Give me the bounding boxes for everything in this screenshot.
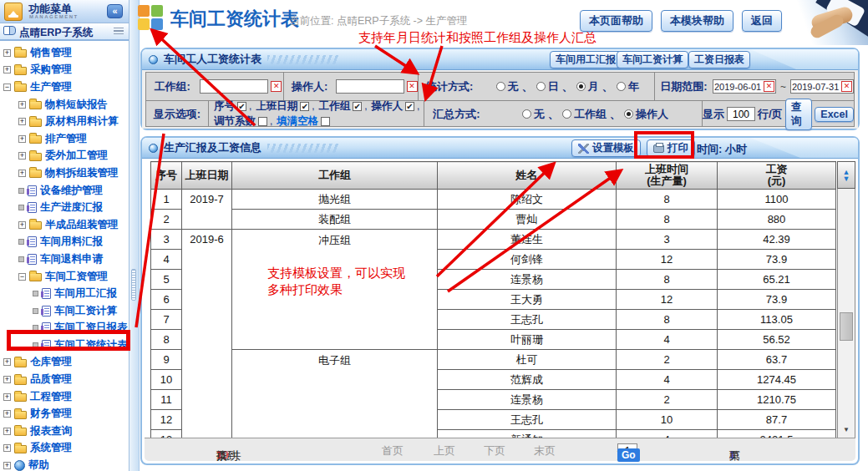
radio-stat-month[interactable]: 月	[576, 79, 599, 94]
checkbox-workgroup[interactable]	[353, 102, 362, 111]
checkbox-fill-blank[interactable]	[321, 117, 330, 126]
radio-summary-workgroup[interactable]: 工作组	[562, 107, 607, 122]
sidebar-splitter[interactable]	[129, 0, 140, 471]
page-help-button[interactable]: 本页面帮助	[580, 10, 652, 32]
scrollbar-thumb[interactable]	[840, 312, 853, 341]
tree-item[interactable]: 帮助	[0, 457, 129, 471]
next-page-link[interactable]: 下页	[484, 443, 505, 458]
col-seq[interactable]: 序号	[151, 162, 182, 190]
tab-workshop-labor-report[interactable]: 车间用工汇报	[550, 51, 622, 68]
scrollbar-track[interactable]: ▼	[837, 189, 855, 438]
col-hours[interactable]: 上班时间(生产量)	[617, 162, 718, 190]
rows-per-page-input[interactable]	[727, 107, 755, 121]
tree-item-active[interactable]: 车间工资统计表	[0, 337, 129, 354]
go-button[interactable]: Go	[617, 448, 640, 462]
expand-icon[interactable]	[18, 170, 26, 177]
tree-item[interactable]: 工程管理	[0, 388, 129, 406]
sidebar-collapse-button[interactable]: «	[107, 4, 123, 18]
set-template-button[interactable]: 设置模板	[571, 139, 641, 157]
tree-item[interactable]: 车间工资日报表	[0, 320, 129, 337]
tab-workshop-wage-calc[interactable]: 车间工资计算	[617, 51, 688, 68]
table-panel-title: 生产汇报及工资信息	[164, 140, 261, 155]
col-group[interactable]: 工作组	[232, 162, 438, 190]
tree-item[interactable]: 车间工资管理	[0, 268, 129, 286]
expand-icon[interactable]	[3, 462, 11, 469]
operator-input[interactable]	[336, 79, 404, 94]
clear-icon[interactable]	[271, 81, 282, 92]
tree-item[interactable]: 设备维护管理	[0, 182, 129, 200]
expand-icon[interactable]	[18, 152, 26, 160]
expand-icon[interactable]	[3, 358, 11, 366]
clear-icon[interactable]	[407, 81, 418, 92]
clear-icon[interactable]	[764, 81, 774, 92]
tree-item[interactable]: 物料短缺报告	[0, 96, 129, 114]
checkbox-operator[interactable]	[405, 102, 414, 111]
first-page-link[interactable]: 首页	[382, 443, 404, 458]
tree-item[interactable]: 生产管理	[0, 78, 129, 96]
radio-summary-operator[interactable]: 操作人	[624, 107, 668, 122]
tree-item[interactable]: 车间工资计算	[0, 302, 129, 320]
last-page-link[interactable]: 末页	[534, 443, 556, 458]
tree-item[interactable]: 委外加工管理	[0, 148, 129, 165]
col-name[interactable]: 姓名	[438, 162, 617, 190]
folder-icon	[29, 221, 42, 230]
excel-button[interactable]: Excel	[815, 107, 854, 122]
clear-icon[interactable]	[841, 81, 852, 92]
workgroup-input[interactable]	[200, 79, 268, 94]
tab-wage-daily-report[interactable]: 工资日报表	[688, 51, 750, 68]
tree-item[interactable]: 生产进度汇报	[0, 199, 129, 216]
expand-icon[interactable]	[18, 101, 26, 109]
tree-item[interactable]: 车间用料汇报	[0, 234, 129, 251]
expand-icon[interactable]	[18, 118, 26, 125]
tree-item[interactable]: 排产管理	[0, 130, 129, 148]
module-help-button[interactable]: 本模块帮助	[661, 10, 733, 32]
collapse-node-icon[interactable]	[18, 273, 26, 281]
menu-settings-icon[interactable]	[114, 28, 124, 35]
expand-icon[interactable]	[3, 66, 11, 73]
tree-item[interactable]: 系统管理	[0, 440, 129, 458]
date-to-input[interactable]: 2019-07-31	[790, 79, 854, 94]
date-range-label: 日期范围:	[660, 79, 707, 94]
expand-icon[interactable]	[3, 444, 11, 452]
main-area: 车间工资统计表 当前位置: 点晴ERP子系统 -> 生产管理 本页面帮助 本模块…	[140, 0, 868, 471]
collapse-node-icon[interactable]	[3, 84, 11, 91]
radio-stat-year[interactable]: 年	[617, 79, 639, 94]
expand-icon[interactable]	[3, 376, 11, 383]
date-from-input[interactable]: 2019-06-01	[713, 79, 776, 94]
splitter-grip-icon[interactable]	[131, 269, 136, 301]
expand-icon[interactable]	[18, 135, 26, 143]
expand-icon[interactable]	[3, 410, 11, 418]
radio-summary-none[interactable]: 无	[522, 107, 545, 122]
checkbox-workdate[interactable]	[300, 102, 309, 111]
query-button[interactable]: 查询	[785, 99, 813, 130]
back-button[interactable]: 返回	[742, 10, 782, 32]
prev-page-link[interactable]: 上页	[434, 443, 455, 458]
tree-item[interactable]: 报表查询	[0, 423, 129, 440]
tree-item[interactable]: 半成品组装管理	[0, 216, 129, 234]
expand-icon[interactable]	[3, 49, 11, 57]
checkbox-seq[interactable]	[237, 102, 246, 111]
tree-item[interactable]: 采购管理	[0, 62, 129, 79]
tree-item[interactable]: 原材料用料计算	[0, 113, 129, 130]
radio-stat-day[interactable]: 日	[536, 79, 559, 94]
tree-item[interactable]: 财务管理	[0, 405, 129, 423]
scroll-down-icon[interactable]: ▼	[838, 426, 855, 433]
expand-icon[interactable]	[3, 393, 11, 401]
folder-open-icon	[14, 84, 27, 92]
tree-item[interactable]: 车间用工汇报	[0, 285, 129, 302]
tree-item[interactable]: 物料拆组装管理	[0, 165, 129, 182]
tree-item[interactable]: 品质管理	[0, 371, 129, 388]
sort-down-icon[interactable]: ▼	[843, 175, 850, 182]
expand-icon[interactable]	[3, 428, 11, 435]
sort-arrows[interactable]: ▲ ▼	[837, 161, 855, 189]
tree-item[interactable]: 车间退料申请	[0, 251, 129, 268]
tree-item[interactable]: 仓库管理	[0, 354, 129, 372]
tree-item[interactable]: 销售管理	[0, 44, 129, 62]
expand-icon[interactable]	[18, 221, 26, 229]
print-button[interactable]: 打印	[647, 139, 695, 157]
checkbox-adjust-factor[interactable]	[258, 117, 267, 126]
col-date[interactable]: 上班日期	[182, 162, 232, 190]
radio-stat-none[interactable]: 无	[496, 79, 519, 94]
pagination-bar: 找到 19 条/共 1 页 首页 上页 下页 末页 到 页 Go 第 1/1 页	[145, 438, 855, 461]
col-wage[interactable]: 工资(元)	[718, 162, 836, 190]
